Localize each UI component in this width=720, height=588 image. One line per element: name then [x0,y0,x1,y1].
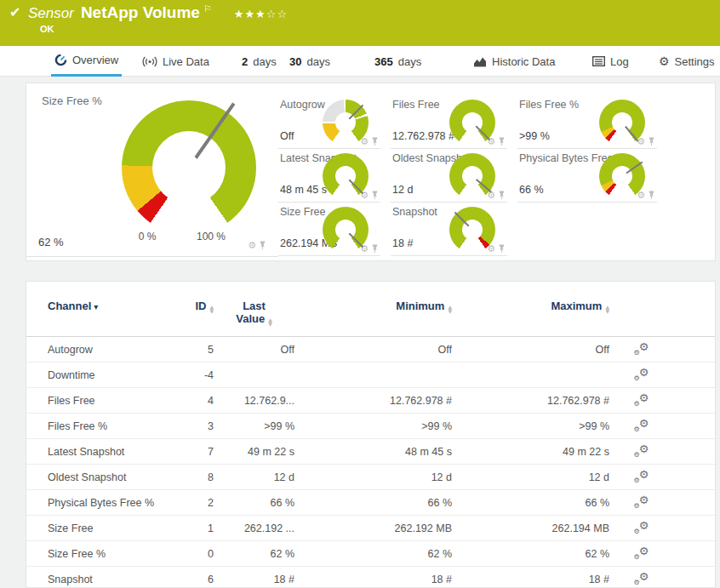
cell-channel[interactable]: Downtime [48,369,188,381]
table-row[interactable]: Snapshot 6 18 # 18 # 18 # ⚙⚙ [26,567,715,588]
cell-channel[interactable]: Size Free % [48,548,188,560]
cell-channel[interactable]: Snapshot [48,574,188,585]
tab-365-days[interactable]: 365 days [371,46,425,77]
gauge-tile[interactable]: Snapshot 18 # ⚙ [391,203,507,256]
pin-icon[interactable] [498,190,506,200]
cell-id: 1 [188,522,214,534]
cell-channel[interactable]: Size Free [48,522,188,534]
table-row[interactable]: Autogrow 5 Off Off Off ⚙⚙ [26,337,715,363]
pin-icon[interactable] [498,136,506,146]
gauge-tile[interactable]: Autogrow Off ⚙ [278,95,380,149]
cell-maximum: 18 # [452,574,609,585]
gauge-tile[interactable]: Latest Snapshot 48 m 45 s ⚙ [278,149,380,203]
column-header-maximum[interactable]: Maximum▲▼ [452,300,609,326]
gauge-tiles-grid: Autogrow Off ⚙ Files Free [278,95,715,260]
chevron-down-icon[interactable]: ▾ [94,302,98,311]
channel-settings-icon[interactable]: ⚙⚙ [634,368,649,380]
tab-30-days[interactable]: 30 days [286,46,334,77]
tab-settings[interactable]: ⚙ Settings [655,46,718,77]
gauge-tile-label: Autogrow [280,99,325,111]
sort-icon[interactable]: ▲▼ [268,318,272,326]
tab-label: days [398,55,421,68]
table-row[interactable]: Files Free 4 12.762.9... 12.762.978 # 12… [26,388,715,414]
channel-settings-icon[interactable]: ⚙⚙ [634,572,649,585]
tab-label: Log [610,55,629,68]
pin-icon[interactable] [648,136,655,146]
broadcast-icon [142,56,157,67]
cell-channel[interactable]: Files Free [48,395,188,407]
cell-channel[interactable]: Physical Bytes Free % [48,497,188,509]
gauge-tile-value: 18 # [392,237,413,249]
stars-filled[interactable]: ★★★ [234,8,266,20]
tab-label: Historic Data [492,55,555,68]
column-header-last-value[interactable]: Last Value▲▼ [214,300,294,326]
cell-last-value: Off [214,344,294,356]
table-row[interactable]: Physical Bytes Free % 2 66 % 66 % 66 % ⚙… [26,490,715,516]
tab-overview[interactable]: Overview [51,46,122,77]
channel-settings-icon[interactable]: ⚙⚙ [634,342,649,355]
gauge-dial [449,153,495,199]
cell-minimum: 18 # [294,574,452,585]
gauge-dial [449,207,495,253]
cell-channel[interactable]: Oldest Snapshot [48,471,188,483]
page-title: NetApp Volume [81,3,200,21]
main-gauge-label: Size Free % [42,94,102,107]
gauge-tile[interactable]: Files Free % >99 % ⚙ [517,95,657,149]
cell-id: 4 [188,395,214,407]
cell-last-value: 18 # [214,574,294,585]
tab-label: Overview [72,54,118,66]
gauge-tile[interactable]: Size Free 262.194 MB ⚙ [278,203,380,256]
priority-stars[interactable]: ★★★☆☆ [234,8,288,20]
table-row[interactable]: Size Free % 0 62 % 62 % 62 % ⚙⚙ [26,541,715,567]
column-header-channel[interactable]: Channel▾ [48,300,188,326]
pin-icon[interactable] [498,243,506,254]
tab-log[interactable]: Log [589,46,632,77]
status-badge: OK [40,24,54,34]
pause-flag-icon[interactable]: ⚐ [203,3,212,14]
channel-settings-icon[interactable]: ⚙⚙ [634,444,649,457]
pin-icon[interactable] [371,243,379,254]
gauge-tile[interactable]: Files Free 12.762.978 # ⚙ [391,95,507,149]
main-gauge-tile[interactable]: Size Free % 0 % 100 % 62 % ⚙ [26,83,278,257]
pin-icon[interactable] [371,190,379,200]
gear-icon[interactable]: ⚙ [248,241,256,250]
table-row[interactable]: Oldest Snapshot 8 12 d 12 d 12 d ⚙⚙ [26,465,715,490]
table-row[interactable]: Downtime -4 ⚙⚙ [26,363,715,388]
main-gauge-dial [122,100,256,235]
cell-id: 2 [188,497,214,509]
channel-settings-icon[interactable]: ⚙⚙ [634,470,649,482]
tab-label: Live Data [163,55,209,68]
table-row[interactable]: Files Free % 3 >99 % >99 % >99 % ⚙⚙ [26,414,715,439]
channel-settings-icon[interactable]: ⚙⚙ [634,393,649,406]
tab-live-data[interactable]: Live Data [139,46,213,77]
channel-settings-icon[interactable]: ⚙⚙ [634,419,649,431]
channel-settings-icon[interactable]: ⚙⚙ [634,521,649,534]
cell-maximum: 62 % [452,548,609,560]
cell-channel[interactable]: Autogrow [48,344,188,356]
gear-icon: ⚙ [659,54,670,68]
channel-settings-icon[interactable]: ⚙⚙ [634,546,649,559]
gauge-tile-value: Off [280,130,294,142]
gauge-tile[interactable]: Oldest Snapshot 12 d ⚙ [391,149,507,203]
cell-minimum: 62 % [294,548,452,560]
cell-id: -4 [188,369,214,381]
gauge-dial [323,100,369,146]
log-icon [592,56,605,66]
table-row[interactable]: Latest Snapshot 7 49 m 22 s 48 m 45 s 49… [26,439,715,465]
column-header-minimum[interactable]: Minimum▲▼ [294,300,452,326]
column-header-id[interactable]: ID▲▼ [188,300,214,326]
stars-empty[interactable]: ☆☆ [266,8,288,20]
pin-icon[interactable] [371,136,379,146]
pin-icon[interactable] [259,240,266,250]
tab-2-days[interactable]: 2 days [238,46,280,77]
gauge-dial [323,153,369,199]
cell-last-value: >99 % [214,420,294,432]
table-row[interactable]: Size Free 1 262.192 ... 262.192 MB 262.1… [26,516,715,541]
pin-icon[interactable] [648,190,655,200]
cell-channel[interactable]: Latest Snapshot [48,446,188,458]
cell-channel[interactable]: Files Free % [48,420,188,432]
area-chart-icon [473,56,487,67]
gauge-tile[interactable]: Physical Bytes Free % 66 % ⚙ [517,149,657,203]
channel-settings-icon[interactable]: ⚙⚙ [634,495,649,508]
tab-historic-data[interactable]: Historic Data [470,46,558,77]
